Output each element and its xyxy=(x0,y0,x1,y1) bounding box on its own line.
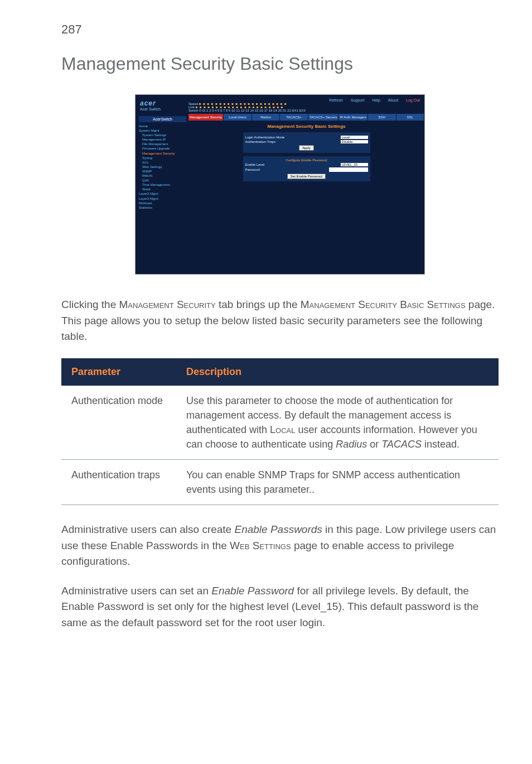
sidebar-item[interactable]: Statistics xyxy=(139,205,186,210)
sidebar-item-active[interactable]: Management Security xyxy=(139,151,186,156)
auth-traps-select[interactable]: Disable xyxy=(341,140,368,143)
sidebar-item[interactable]: ACL xyxy=(139,160,186,165)
sidebar-item[interactable]: Home xyxy=(139,124,186,128)
sidebar-item[interactable]: SNMP xyxy=(139,169,186,174)
parameter-table: Parameter Description Authentication mod… xyxy=(61,358,499,506)
sidebar-item[interactable]: RMON xyxy=(139,174,186,178)
sidebar-item[interactable]: Syslog xyxy=(139,156,186,160)
toplink-support[interactable]: Support xyxy=(351,98,365,102)
tab-tacacs[interactable]: TACACS+ xyxy=(280,114,308,121)
param-cell: Authentication traps xyxy=(61,459,176,504)
desc-cell: You can enable SNMP Traps for SNMP acces… xyxy=(176,459,499,504)
table-header-parameter: Parameter xyxy=(61,358,176,386)
toplink-refresh[interactable]: Refresh xyxy=(329,98,343,102)
logo-subtext: Acer Switch xyxy=(140,107,161,111)
sidebar-title: AcerSwitch xyxy=(139,116,186,122)
toplink-logout[interactable]: Log Out xyxy=(406,98,420,102)
toplink-about[interactable]: About xyxy=(388,98,398,102)
tab-management-security[interactable]: Management Security xyxy=(188,114,224,121)
logo-text: acer xyxy=(140,99,161,107)
sidebar-item[interactable]: System Settings xyxy=(139,133,186,137)
auth-traps-label: Authentication Traps xyxy=(245,140,276,143)
screenshot-figure: acer Acer Switch Refresh Support Help Ab… xyxy=(61,94,499,275)
enable-password-form: Configure Enable Password Enable Level L… xyxy=(243,156,370,181)
tab-ssl[interactable]: SSL xyxy=(396,114,424,121)
tab-tacacs-servers[interactable]: TACACS+ Servers xyxy=(308,114,339,121)
sidebar-item[interactable]: Web Settings xyxy=(139,165,186,169)
tab-local-users[interactable]: Local Users xyxy=(224,114,252,121)
sidebar-item[interactable]: Multicast xyxy=(139,201,186,205)
set-enable-password-button[interactable]: Set Enable Password xyxy=(287,174,326,179)
table-row: Authentication mode Use this parameter t… xyxy=(61,386,499,460)
sidebar-item[interactable]: Time Management xyxy=(139,182,186,187)
para-enable-passwords: Administrative users can also create Ena… xyxy=(61,522,499,570)
auth-mode-label: Login Authentication Mode xyxy=(245,136,285,139)
password-label: Password xyxy=(245,168,260,171)
tab-ssh[interactable]: SSH xyxy=(368,114,396,121)
tab-ip-auth-managers[interactable]: IP Auth Managers xyxy=(338,114,368,121)
enable-level-select[interactable]: LEVEL_15 xyxy=(341,163,368,166)
sidebar-item[interactable]: QoS xyxy=(139,178,186,182)
enable-level-label: Enable Level xyxy=(245,163,265,166)
param-cell: Authentication mode xyxy=(61,386,176,460)
desc-cell: Use this parameter to choose the mode of… xyxy=(176,386,499,460)
screenshot-heading: Management Security Basic Settings xyxy=(188,121,424,132)
password-input[interactable] xyxy=(329,167,368,172)
auth-settings-form: Login Authentication Mode Local Authenti… xyxy=(243,132,370,153)
port-row-labels: Switch 0 Gi 1 2 3 4 5 6 7 8 9 10 11 12 1… xyxy=(188,109,420,112)
sidebar-item[interactable]: Firmware Upgrade xyxy=(139,146,186,151)
sidebar-item[interactable]: File Management xyxy=(139,142,186,146)
apply-button[interactable]: Apply xyxy=(299,145,314,151)
page-title: Management Security Basic Settings xyxy=(61,54,499,74)
sidebar-item[interactable]: Layer3 Mgmt xyxy=(139,196,186,201)
enable-password-subhead: Configure Enable Password xyxy=(245,158,368,162)
table-header-description: Description xyxy=(176,358,499,386)
page-number: 287 xyxy=(61,22,499,37)
sidebar-item[interactable]: Management IP xyxy=(139,137,186,142)
sidebar-item[interactable]: Stack xyxy=(139,187,186,191)
tab-radius[interactable]: Radius xyxy=(252,114,280,121)
auth-mode-select[interactable]: Local xyxy=(341,136,368,139)
sidebar-item[interactable]: Layer2 Mgmt xyxy=(139,191,186,196)
para-enable-password-levels: Administrative users can set an Enable P… xyxy=(61,583,499,631)
intro-paragraph: Clicking the Management Security tab bri… xyxy=(61,297,499,345)
table-row: Authentication traps You can enable SNMP… xyxy=(61,459,499,504)
sidebar-item[interactable]: System Mgmt xyxy=(139,128,186,133)
toplink-help[interactable]: Help xyxy=(372,98,380,102)
